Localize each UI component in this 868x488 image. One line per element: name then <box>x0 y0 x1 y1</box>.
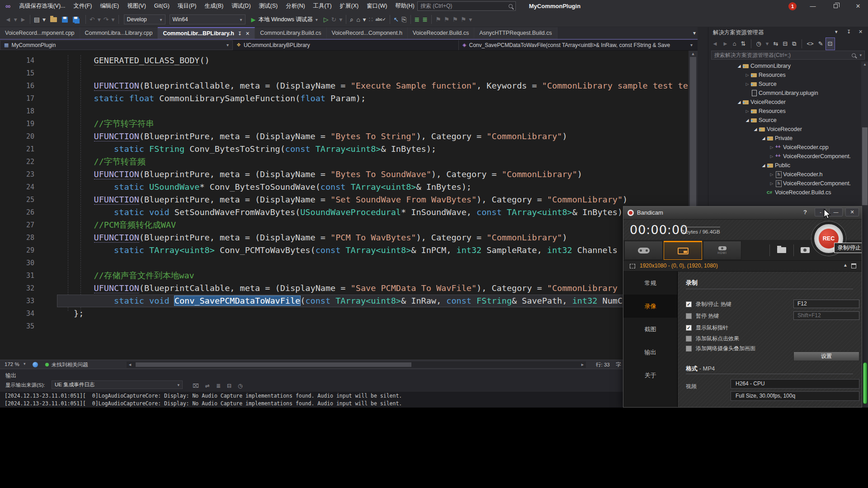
collapse-icon[interactable]: ▲ <box>843 263 848 267</box>
spell-check-icon[interactable]: abc✓ <box>374 14 387 25</box>
nav-back-icon[interactable]: ◄ <box>4 14 13 25</box>
find-in-files-icon[interactable]: ⌕ <box>349 14 355 25</box>
nav-forward-icon[interactable]: ► <box>19 14 28 25</box>
clear-all-icon[interactable]: ⌧ <box>192 380 200 391</box>
breadcrumb-class[interactable]: ❖ UCommonLibraryBPLibrary <box>233 40 459 50</box>
tab-list-chevron-icon[interactable]: ▾ <box>693 30 696 36</box>
config-combobox[interactable]: Develop▾ <box>124 14 165 24</box>
document-tab[interactable]: CommonLibrary.Build.cs <box>255 27 326 39</box>
tree-item[interactable]: ◢Private <box>708 134 860 143</box>
chevron-down-icon[interactable]: ▾ <box>226 42 229 47</box>
run-debugger-button[interactable]: ▶ 本地 Windows 调试器 ▾ <box>248 16 321 23</box>
menu-item[interactable]: 视图(V) <box>123 0 150 12</box>
scrollbar-thumb[interactable] <box>862 127 868 205</box>
bandicam-sidebar-item[interactable]: 关于 <box>623 364 677 387</box>
close-button[interactable]: ✕ <box>845 208 859 216</box>
device-recording-tab[interactable]: HDMI <box>703 241 741 260</box>
expand-arrow-icon[interactable]: ▷ <box>744 82 750 86</box>
window-layout-icon[interactable]: ⌂ <box>355 14 361 25</box>
screen-recording-tab[interactable] <box>664 241 702 260</box>
open-output-folder-icon[interactable] <box>777 247 786 253</box>
messages-icon[interactable]: ≣ <box>215 380 222 391</box>
record-hotkey-input[interactable]: F12 <box>793 300 859 308</box>
chevron-down-icon[interactable]: ▾ <box>338 14 344 25</box>
collapse-arrow-icon[interactable]: ◢ <box>736 64 742 68</box>
checkbox[interactable] <box>686 313 692 319</box>
scroll-right-icon[interactable]: ► <box>580 361 585 368</box>
chevron-down-icon[interactable]: ▾ <box>467 14 473 25</box>
collapse-arrow-icon[interactable]: ◢ <box>744 118 750 122</box>
breadcrumb-member[interactable]: ◈ Conv_SavePCMDataToWavFile(const TArray… <box>459 40 696 50</box>
word-wrap-icon[interactable]: ⇌ <box>204 380 211 391</box>
menu-item[interactable]: 扩展(X) <box>336 0 363 12</box>
chevron-down-icon[interactable]: ▾ <box>362 14 368 25</box>
grip-icon[interactable]: ∷ <box>368 14 374 25</box>
scroll-up-icon[interactable]: ▲ <box>689 52 698 56</box>
chevron-down-icon[interactable]: ▾ <box>110 14 116 25</box>
checkbox[interactable]: ✓ <box>686 301 692 307</box>
document-tab[interactable]: VoiceRecord...Component.h <box>327 27 408 39</box>
open-folder-icon[interactable] <box>50 17 57 22</box>
format-indent-icon[interactable]: ≣ <box>413 14 421 25</box>
scrollbar-thumb[interactable] <box>136 362 411 367</box>
chevron-down-icon[interactable]: ▾ <box>690 42 693 47</box>
menu-item[interactable]: 帮助(H) <box>391 0 418 12</box>
menu-item[interactable]: 高级保存选项(V)... <box>15 0 69 12</box>
bandicam-sidebar-item[interactable]: 常规 <box>623 272 677 295</box>
expand-arrow-icon[interactable]: ▷ <box>769 145 775 150</box>
close-icon[interactable]: ✕ <box>245 31 250 37</box>
checkbox[interactable]: ✓ <box>686 325 692 331</box>
se-collapse-all-icon[interactable]: ⊟ <box>781 38 789 50</box>
video-quality-box[interactable]: Full Size, 30.00fps, 100q <box>731 391 859 401</box>
video-codec-box[interactable]: H264 - CPU <box>731 379 859 389</box>
tree-item[interactable]: ▷VoiceRecorderComponent. <box>708 152 860 161</box>
screenshot-camera-icon[interactable] <box>801 247 810 253</box>
chevron-down-icon[interactable]: ▾ <box>316 17 318 22</box>
code-editor[interactable]: 14 GENERATED_UCLASS_BODY()1516 UFUNCTION… <box>0 51 689 360</box>
tree-item[interactable]: ◢VoiceRecoder <box>708 98 860 107</box>
document-tab[interactable]: CommonLibr...BPLibrary.h↧✕ <box>158 27 255 39</box>
se-view-code-icon[interactable]: <> <box>805 38 816 50</box>
tree-item[interactable]: ◢Source <box>708 116 860 125</box>
se-sync-file-icon[interactable]: ⇅ <box>739 38 748 50</box>
bookmark-clear-icon[interactable]: ⚑ <box>459 14 468 25</box>
se-forward-icon[interactable]: ► <box>721 38 730 50</box>
bandicam-sidebar-item[interactable]: 截图 <box>623 318 677 341</box>
chevron-down-icon[interactable]: ▾ <box>96 14 102 25</box>
format-outdent-icon[interactable]: ≣ <box>421 14 429 25</box>
expand-arrow-icon[interactable]: ▷ <box>744 109 750 113</box>
collapse-arrow-icon[interactable]: ◢ <box>736 100 742 104</box>
chevron-down-icon[interactable]: ▾ <box>835 29 838 35</box>
document-tab[interactable]: CommonLibra...Library.cpp <box>80 27 158 39</box>
document-tab[interactable]: VoiceRecord...mponent.cpp <box>0 27 80 39</box>
chevron-down-icon[interactable]: ▾ <box>24 361 26 366</box>
bookmark-icon[interactable]: ⚑ <box>434 14 443 25</box>
close-icon[interactable]: ✕ <box>859 29 863 35</box>
editor-horizontal-scrollbar[interactable]: ◄ ► <box>127 361 586 368</box>
collapse-arrow-icon[interactable]: ◢ <box>760 136 767 141</box>
platform-combobox[interactable]: Win64▾ <box>170 14 245 24</box>
pin-icon[interactable]: ↧ <box>238 31 242 37</box>
help-button[interactable]: ? <box>803 209 807 216</box>
redo-icon[interactable]: ↷ <box>102 14 110 25</box>
checkbox[interactable] <box>686 336 692 342</box>
undo-icon[interactable]: ↶ <box>88 14 96 25</box>
tree-scrollbar[interactable]: ▲ <box>861 61 868 408</box>
history-icon[interactable]: ◷ <box>237 380 243 391</box>
bookmark-prev-icon[interactable]: ⚑ <box>443 14 451 25</box>
document-tab[interactable]: AsnycHTTPRequest.Build.cs <box>474 27 557 39</box>
chevron-down-icon[interactable]: ▾ <box>764 38 771 50</box>
restore-button[interactable] <box>826 0 844 12</box>
tree-item[interactable]: ◢Public <box>708 161 860 170</box>
expand-arrow-icon[interactable]: ▷ <box>769 172 775 177</box>
se-home-icon[interactable]: ⌂ <box>731 38 738 50</box>
se-track-active-icon[interactable]: ⊡ <box>826 38 835 50</box>
copy-icon[interactable]: ⎘ <box>400 14 408 25</box>
menu-item[interactable]: 窗口(W) <box>363 0 391 12</box>
tree-item[interactable]: ▷VoiceRecoder.cpp <box>708 143 860 152</box>
collapse-all-icon[interactable]: ⊟ <box>226 380 232 391</box>
bookmark-next-icon[interactable]: ⚑ <box>451 14 459 25</box>
restore-panel-icon[interactable] <box>851 263 856 268</box>
expand-arrow-icon[interactable]: ▷ <box>769 154 775 159</box>
menu-item[interactable]: 测试(S) <box>255 0 282 12</box>
